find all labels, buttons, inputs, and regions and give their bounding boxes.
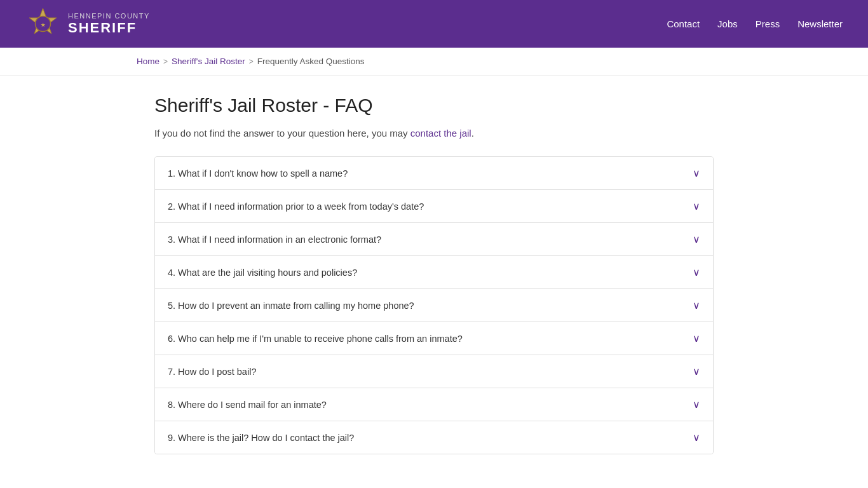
sheriff-badge-icon: ★ bbox=[25, 6, 60, 41]
nav-newsletter[interactable]: Newsletter bbox=[797, 18, 843, 29]
chevron-down-icon: ∨ bbox=[693, 431, 700, 444]
faq-item: 4. What are the jail visiting hours and … bbox=[155, 256, 713, 289]
faq-item: 9. Where is the jail? How do I contact t… bbox=[155, 421, 713, 454]
faq-question-text: 5. How do I prevent an inmate from calli… bbox=[168, 301, 414, 311]
faq-question-button[interactable]: 4. What are the jail visiting hours and … bbox=[155, 256, 713, 288]
main-nav: Contact Jobs Press Newsletter bbox=[667, 18, 843, 29]
chevron-down-icon: ∨ bbox=[693, 332, 700, 344]
faq-question-text: 4. What are the jail visiting hours and … bbox=[168, 268, 357, 278]
faq-item: 7. How do I post bail?∨ bbox=[155, 355, 713, 388]
breadcrumb: Home > Sheriff's Jail Roster > Frequentl… bbox=[0, 48, 868, 76]
intro-text: If you do not find the answer to your qu… bbox=[154, 128, 714, 139]
faq-question-button[interactable]: 9. Where is the jail? How do I contact t… bbox=[155, 421, 713, 454]
faq-item: 6. Who can help me if I'm unable to rece… bbox=[155, 322, 713, 355]
faq-item: 1. What if I don't know how to spell a n… bbox=[155, 157, 713, 190]
faq-question-button[interactable]: 1. What if I don't know how to spell a n… bbox=[155, 157, 713, 189]
faq-question-text: 7. How do I post bail? bbox=[168, 367, 256, 377]
faq-question-button[interactable]: 2. What if I need information prior to a… bbox=[155, 190, 713, 222]
chevron-down-icon: ∨ bbox=[693, 167, 700, 179]
chevron-down-icon: ∨ bbox=[693, 398, 700, 410]
nav-contact[interactable]: Contact bbox=[667, 18, 700, 29]
logo-text: HENNEPIN COUNTY SHERIFF bbox=[68, 12, 150, 36]
faq-question-text: 6. Who can help me if I'm unable to rece… bbox=[168, 334, 463, 344]
logo-link[interactable]: ★ HENNEPIN COUNTY SHERIFF bbox=[25, 6, 150, 41]
site-header: ★ HENNEPIN COUNTY SHERIFF Contact Jobs P… bbox=[0, 0, 868, 48]
main-content: Sheriff's Jail Roster - FAQ If you do no… bbox=[129, 76, 739, 488]
faq-question-button[interactable]: 6. Who can help me if I'm unable to rece… bbox=[155, 322, 713, 355]
faq-item: 3. What if I need information in an elec… bbox=[155, 223, 713, 256]
faq-question-button[interactable]: 5. How do I prevent an inmate from calli… bbox=[155, 289, 713, 322]
breadcrumb-jail-roster[interactable]: Sheriff's Jail Roster bbox=[172, 57, 245, 66]
breadcrumb-sep-1: > bbox=[163, 57, 168, 66]
svg-text:★: ★ bbox=[41, 22, 46, 28]
faq-question-text: 3. What if I need information in an elec… bbox=[168, 234, 381, 245]
logo-hennepin: HENNEPIN COUNTY bbox=[68, 12, 150, 20]
breadcrumb-sep-2: > bbox=[249, 57, 254, 66]
faq-item: 2. What if I need information prior to a… bbox=[155, 190, 713, 223]
faq-question-button[interactable]: 7. How do I post bail?∨ bbox=[155, 355, 713, 388]
nav-press[interactable]: Press bbox=[756, 18, 780, 29]
chevron-down-icon: ∨ bbox=[693, 365, 700, 377]
chevron-down-icon: ∨ bbox=[693, 266, 700, 278]
faq-question-button[interactable]: 3. What if I need information in an elec… bbox=[155, 223, 713, 255]
faq-item: 5. How do I prevent an inmate from calli… bbox=[155, 289, 713, 322]
faq-question-button[interactable]: 8. Where do I send mail for an inmate?∨ bbox=[155, 388, 713, 421]
faq-question-text: 1. What if I don't know how to spell a n… bbox=[168, 168, 348, 179]
faq-question-text: 9. Where is the jail? How do I contact t… bbox=[168, 433, 354, 443]
breadcrumb-home[interactable]: Home bbox=[137, 57, 159, 66]
chevron-down-icon: ∨ bbox=[693, 233, 700, 245]
breadcrumb-current: Frequently Asked Questions bbox=[257, 57, 365, 66]
page-title: Sheriff's Jail Roster - FAQ bbox=[154, 95, 714, 116]
logo-sheriff: SHERIFF bbox=[68, 20, 150, 36]
faq-question-text: 2. What if I need information prior to a… bbox=[168, 201, 424, 212]
chevron-down-icon: ∨ bbox=[693, 200, 700, 212]
faq-item: 8. Where do I send mail for an inmate?∨ bbox=[155, 388, 713, 421]
nav-jobs[interactable]: Jobs bbox=[717, 18, 738, 29]
faq-list: 1. What if I don't know how to spell a n… bbox=[154, 156, 714, 454]
chevron-down-icon: ∨ bbox=[693, 299, 700, 311]
faq-question-text: 8. Where do I send mail for an inmate? bbox=[168, 400, 327, 410]
contact-jail-link[interactable]: contact the jail bbox=[410, 128, 471, 139]
